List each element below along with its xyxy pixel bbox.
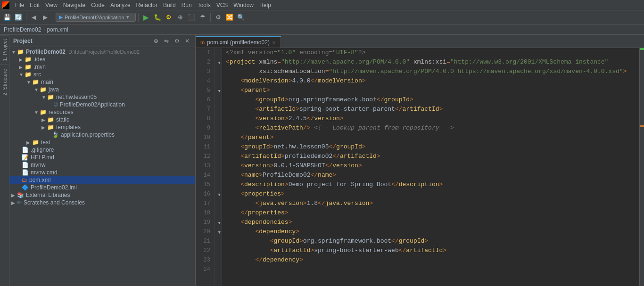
tree-iml[interactable]: 🔷 ProfileDemo02.iml xyxy=(9,184,195,191)
dropdown-label: ProfileDemo02Application xyxy=(65,15,124,20)
tree-app-class[interactable]: © ProfileDemo02Application xyxy=(9,101,195,108)
save-btn[interactable]: 💾 xyxy=(2,12,12,23)
tree-package[interactable]: ▼ 📁 net.hw.lesson05 xyxy=(9,93,195,101)
menu-window[interactable]: Window xyxy=(231,1,256,9)
side-tab-structure[interactable]: 2: Structure xyxy=(0,65,9,99)
git-btn[interactable]: 🔀 xyxy=(224,12,235,23)
tree-mvnw[interactable]: 📄 mvnw xyxy=(9,161,195,169)
tree-mvnwcmd[interactable]: 📄 mvnw.cmd xyxy=(9,169,195,176)
fold-gutter: ▼ ▼ ▼ xyxy=(215,48,222,286)
java-label: java xyxy=(49,86,59,93)
tree-idea[interactable]: ▶ 📁 .idea xyxy=(9,56,195,63)
code-content[interactable]: <?xml version="1.0" encoding="UTF-8"?> <… xyxy=(222,48,639,286)
ln-18: 18 xyxy=(199,208,210,218)
ln-24: 24 xyxy=(199,265,210,274)
tree-app-props[interactable]: 🍃 application.properties xyxy=(9,131,195,139)
fold-5[interactable]: ▼ xyxy=(218,87,221,96)
scratch-label: Scratches and Consoles xyxy=(24,199,85,206)
menu-code[interactable]: Code xyxy=(88,1,107,9)
panel-collapse-btn[interactable]: ⇋ xyxy=(162,37,171,45)
tree-scratches[interactable]: ▶ ✏ Scratches and Consoles xyxy=(9,199,195,206)
extlib-arrow: ▶ xyxy=(11,193,17,198)
ln-22: 22 xyxy=(199,246,210,255)
breadcrumb-project[interactable]: ProfileDemo02 xyxy=(4,26,41,33)
tree-root[interactable]: ▼ 📁 ProfileDemo02 D:\IdeaProjects\Profil… xyxy=(9,48,195,56)
tree-java-folder[interactable]: ▼ 📁 java xyxy=(9,86,195,93)
menu-view[interactable]: View xyxy=(42,1,60,9)
code-line-10: </parent> xyxy=(226,133,636,142)
gitignore-label: .gitignore xyxy=(31,147,54,153)
code-line-18: </properties> xyxy=(226,208,636,218)
tree-area: ▼ 📁 ProfileDemo02 D:\IdeaProjects\Profil… xyxy=(9,47,195,286)
menu-refactor[interactable]: Refactor xyxy=(133,1,160,9)
menu-navigate[interactable]: Navigate xyxy=(60,1,88,9)
debug-btn[interactable]: 🐛 xyxy=(152,12,163,23)
mvnwcmd-label: mvnw.cmd xyxy=(31,169,58,176)
menu-file[interactable]: File xyxy=(12,1,27,9)
code-line-11: <groupId>net.hw.lesson05</groupId> xyxy=(226,142,636,152)
search-btn[interactable]: 🔍 xyxy=(236,12,246,23)
code-line-22: <artifactId>spring-boot-starter-web</art… xyxy=(226,246,636,255)
right-gutter xyxy=(639,48,644,286)
menu-build[interactable]: Build xyxy=(160,1,179,9)
app-class-label: ProfileDemo02Application xyxy=(60,101,125,108)
breadcrumb-file[interactable]: pom.xml xyxy=(47,26,68,33)
coverage-btn[interactable]: ☂ xyxy=(198,12,208,23)
fold-19[interactable]: ▼ xyxy=(218,219,221,228)
tree-gitignore[interactable]: 📄 .gitignore xyxy=(9,146,195,154)
settings-btn[interactable]: ⚙ xyxy=(213,12,223,23)
stop-btn[interactable]: ⬛ xyxy=(186,12,197,23)
menu-vcs[interactable]: VCS xyxy=(214,1,231,9)
back-btn[interactable]: ◀ xyxy=(29,12,39,23)
tree-test[interactable]: ▶ 📁 test xyxy=(9,139,195,146)
panel-settings-btn[interactable]: ⚙ xyxy=(173,37,181,45)
toolbar: 💾 🔄 ◀ ▶ ▶ ProfileDemo02Application ▾ ▶ 🐛… xyxy=(0,10,644,25)
add-config-btn[interactable]: ⊕ xyxy=(175,12,185,23)
java-arrow: ▼ xyxy=(34,87,40,92)
ln-11: 11 xyxy=(199,142,210,152)
fold-16[interactable]: ▼ xyxy=(218,190,221,200)
tree-static[interactable]: ▶ 📁 static xyxy=(9,116,195,123)
tree-templates[interactable]: ▶ 📁 templates xyxy=(9,123,195,131)
code-editor[interactable]: 1 2 3 4 5 6 7 8 9 10 11 12 13 14 15 16 1… xyxy=(196,48,644,286)
panel-close-btn[interactable]: ✕ xyxy=(183,37,191,45)
idea-label: .idea xyxy=(33,56,46,63)
menu-edit[interactable]: Edit xyxy=(27,1,42,9)
gitignore-icon: 📄 xyxy=(22,147,29,153)
forward-btn[interactable]: ▶ xyxy=(40,12,50,23)
build-btn[interactable]: ⚙ xyxy=(164,12,174,23)
res-icon: 📁 xyxy=(40,109,47,115)
tree-pomxml[interactable]: 🗂 pom.xml xyxy=(9,176,195,184)
menu-help[interactable]: Help xyxy=(256,1,274,9)
ln-13: 13 xyxy=(199,161,210,171)
tree-mvn[interactable]: ▶ 📁 .mvn xyxy=(9,63,195,71)
line-numbers: 1 2 3 4 5 6 7 8 9 10 11 12 13 14 15 16 1… xyxy=(196,48,215,286)
fold-2[interactable]: ▼ xyxy=(218,58,221,68)
menu-run[interactable]: Run xyxy=(179,1,195,9)
editor-tabs: m pom.xml (profiledemo02) ✕ xyxy=(196,35,644,48)
ln-15: 15 xyxy=(199,180,210,189)
code-line-6: <groupId>org.springframework.boot</group… xyxy=(226,95,636,105)
panel-add-btn[interactable]: ⊕ xyxy=(152,37,160,45)
side-tabs: 1: Project 2: Structure xyxy=(0,35,9,286)
side-tab-project[interactable]: 1: Project xyxy=(0,35,9,65)
menu-tools[interactable]: Tools xyxy=(195,1,214,9)
sync-btn[interactable]: 🔄 xyxy=(13,12,24,23)
code-line-24 xyxy=(226,265,636,274)
tab-close-btn[interactable]: ✕ xyxy=(272,40,276,45)
code-line-14: <name>ProfileDemo02</name> xyxy=(226,171,636,180)
ln-14: 14 xyxy=(199,171,210,180)
run-btn[interactable]: ▶ xyxy=(141,12,151,23)
fold-20[interactable]: ▼ xyxy=(218,228,221,237)
tree-resources[interactable]: ▼ 📁 resources xyxy=(9,108,195,116)
ln-12: 12 xyxy=(199,152,210,161)
editor-tab-pomxml[interactable]: m pom.xml (profiledemo02) ✕ xyxy=(196,36,281,48)
sep4 xyxy=(210,13,211,22)
tree-helpmd[interactable]: 📝 HELP.md xyxy=(9,154,195,161)
iml-icon: 🔷 xyxy=(22,184,29,191)
tree-ext-libs[interactable]: ▶ 📚 External Libraries xyxy=(9,191,195,199)
tree-main[interactable]: ▼ 📁 main xyxy=(9,78,195,86)
menu-analyze[interactable]: Analyze xyxy=(107,1,133,9)
run-config-dropdown[interactable]: ▶ ProfileDemo02Application ▾ xyxy=(56,13,136,22)
tree-src[interactable]: ▼ 📁 src xyxy=(9,71,195,78)
